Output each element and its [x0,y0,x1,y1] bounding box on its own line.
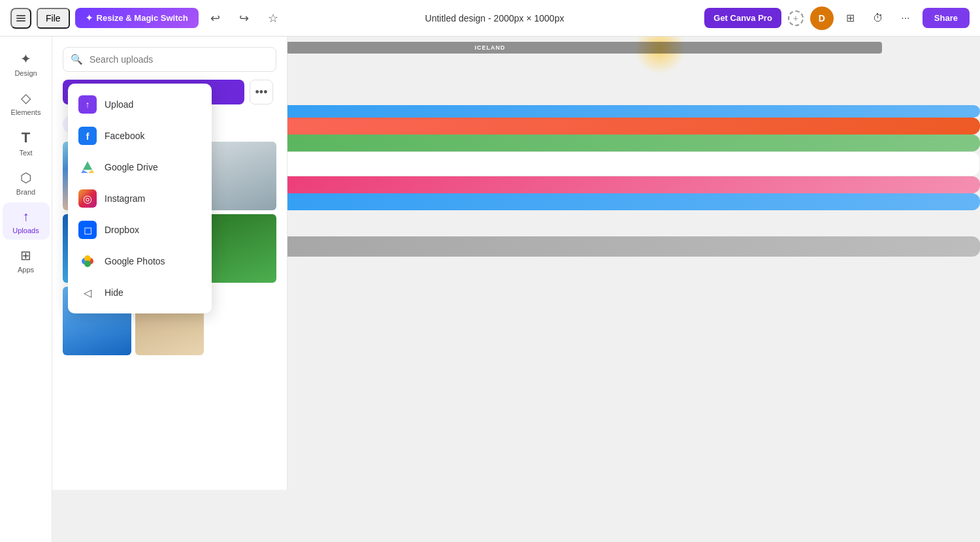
search-icon: 🔍 [71,54,83,65]
dropdown-label-google-photos: Google Photos [105,256,165,266]
elements-icon: ◇ [21,90,31,106]
magic-icon: ✦ [86,13,93,23]
sidebar-item-label-uploads: Uploads [12,227,39,234]
star-button[interactable]: ☆ [261,7,285,30]
dropdown-menu: ↑ Upload f Facebook Google Drive ◎ Insta… [68,84,212,313]
instagram-icon: ◎ [78,189,97,208]
undo-button[interactable]: ↩ [204,7,227,30]
left-sidebar: ✦ Design ◇ Elements T Text ⬡ Brand ↑ Upl… [0,37,52,542]
grid-view-button[interactable]: ⊞ [840,8,861,29]
more-options-button[interactable]: ··· [895,8,916,29]
search-wrapper: 🔍 [63,47,276,72]
dropdown-item-hide[interactable]: ◁ Hide [68,277,212,308]
dropdown-item-upload[interactable]: ↑ Upload [68,89,212,120]
sidebar-item-label-text: Text [19,149,32,157]
search-input[interactable] [63,47,276,72]
list-item[interactable] [208,142,276,210]
topbar-right: Get Canva Pro + D ⊞ ⏱ ··· Share [704,7,970,30]
hide-icon: ◁ [78,283,97,302]
timer-button[interactable]: ⏱ [868,8,889,29]
sidebar-item-uploads[interactable]: ↑ Uploads [3,202,50,240]
design-icon: ✦ [20,51,31,67]
sidebar-item-label-design: Design [14,69,37,77]
more-upload-options-button[interactable]: ••• [250,80,273,104]
svg-rect-2 [16,20,25,22]
dropdown-label-dropbox: Dropbox [105,225,139,235]
dropdown-item-google-drive[interactable]: Google Drive [68,151,212,183]
dropdown-label-facebook: Facebook [105,131,144,141]
list-item[interactable] [208,214,276,283]
dropdown-label-upload: Upload [105,99,133,110]
dropdown-item-instagram[interactable]: ◎ Instagram [68,183,212,214]
svg-rect-0 [16,15,25,16]
dropdown-label-hide: Hide [105,287,123,298]
topbar-center: Untitled design - 2000px × 1000px [293,9,697,27]
google-photos-icon [78,252,97,270]
design-title[interactable]: Untitled design - 2000px × 1000px [417,9,572,27]
facebook-icon: f [78,127,97,145]
upload-menu-icon: ↑ [78,95,97,114]
avatar[interactable]: D [810,7,834,30]
text-icon: T [22,129,30,146]
dropbox-icon: ◻ [78,221,97,239]
svg-marker-4 [81,170,88,173]
sidebar-item-label-elements: Elements [11,108,41,116]
sidebar-item-design[interactable]: ✦ Design [3,44,50,82]
sidebar-item-label-apps: Apps [18,266,34,274]
sidebar-item-apps[interactable]: ⊞ Apps [3,241,50,279]
dropdown-item-facebook[interactable]: f Facebook [68,120,212,151]
sidebar-item-brand[interactable]: ⬡ Brand [3,163,50,201]
sidebar-item-label-brand: Brand [16,188,35,196]
uploads-icon: ↑ [23,209,29,224]
svg-point-9 [84,261,91,267]
svg-marker-3 [83,161,92,170]
topbar-left: File ✦ Resize & Magic Switch ↩ ↪ ☆ [10,7,285,30]
google-drive-icon [78,158,97,176]
share-button[interactable]: Share [923,8,970,28]
redo-button[interactable]: ↪ [233,7,256,30]
sidebar-item-elements[interactable]: ◇ Elements [3,84,50,121]
brand-icon: ⬡ [20,170,31,185]
file-button[interactable]: File [37,8,70,29]
resize-magic-switch-button[interactable]: ✦ Resize & Magic Switch [75,8,199,28]
svg-rect-1 [16,18,25,19]
svg-marker-5 [88,170,94,173]
dropdown-item-dropbox[interactable]: ◻ Dropbox [68,214,212,246]
apps-icon: ⊞ [20,247,31,263]
menu-button[interactable] [10,8,31,29]
dropdown-item-google-photos[interactable]: Google Photos [68,246,212,277]
invite-button[interactable]: + [788,10,804,26]
topbar: File ✦ Resize & Magic Switch ↩ ↪ ☆ Untit… [0,0,980,37]
dropdown-label-instagram: Instagram [105,193,145,204]
get-pro-button[interactable]: Get Canva Pro [704,8,781,28]
more-icon: ••• [255,86,268,99]
dropdown-label-google-drive: Google Drive [105,162,158,172]
sidebar-item-text[interactable]: T Text [3,123,50,162]
